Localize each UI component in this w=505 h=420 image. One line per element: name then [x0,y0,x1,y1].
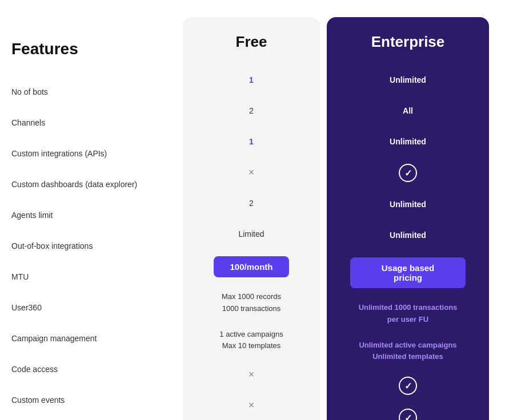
free-cell-0: 1 [183,64,320,95]
feature-label-8: Campaign management [11,323,183,354]
free-heading: Free [183,17,320,64]
mtu-badge-enterprise: Usage based pricing [350,257,466,288]
feature-label-7: User360 [11,292,183,323]
mtu-badge-free: 100/month [214,256,288,277]
feature-label-6: MTU [11,261,183,292]
free-cell-6: 100/month [183,249,320,284]
free-cell-3: × [183,157,320,188]
free-cell-9: × [183,359,320,390]
free-cell-4: 2 [183,188,320,219]
multiline-enterprise-8: Unlimited active campaignsUnlimited temp… [359,340,456,364]
multiline-enterprise-7: Unlimited 1000 transactionsper user FU [359,302,458,326]
multiline-free-8: 1 active campaignsMax 10 templates [219,329,283,353]
free-column: Free 121×2Limited100/monthMax 1000 recor… [183,17,320,420]
feature-label-4: Agents limit [11,200,183,231]
free-cell-10: × [183,390,320,420]
cross-icon: × [249,369,255,381]
enterprise-cell-3: ✓ [327,157,489,189]
enterprise-heading: Enterprise [327,17,489,64]
free-cell-8: 1 active campaignsMax 10 templates [183,322,320,360]
multiline-free-7: Max 1000 records1000 transactions [222,291,281,315]
free-cell-5: Limited [183,219,320,249]
cross-icon: × [249,167,255,179]
enterprise-column: Enterprise UnlimitedAllUnlimited✓Unlimit… [327,17,489,420]
feature-label-2: Custom integrations (APIs) [11,138,183,169]
features-column: Features No of botsChannelsCustom integr… [11,17,183,420]
check-icon-10: ✓ [399,409,417,420]
cross-icon: × [249,399,255,411]
enterprise-cell-2: Unlimited [327,126,489,157]
enterprise-cell-10: ✓ [327,402,489,420]
free-rows: 121×2Limited100/monthMax 1000 records100… [183,64,320,420]
check-icon-9: ✓ [399,377,417,395]
feature-label-0: No of bots [11,76,183,107]
enterprise-cell-5: Unlimited [327,220,489,251]
enterprise-rows: UnlimitedAllUnlimited✓UnlimitedUnlimited… [327,64,489,420]
features-heading: Features [11,40,183,58]
check-icon-3: ✓ [399,164,417,182]
enterprise-cell-0: Unlimited [327,64,489,95]
feature-label-5: Out-of-box integrations [11,231,183,261]
enterprise-cell-8: Unlimited active campaignsUnlimited temp… [327,333,489,370]
free-cell-2: 1 [183,126,320,157]
feature-label-3: Custom dashboards (data explorer) [11,169,183,200]
free-cell-1: 2 [183,95,320,126]
enterprise-cell-6: Usage based pricing [327,251,489,295]
feature-label-1: Channels [11,107,183,138]
enterprise-cell-7: Unlimited 1000 transactionsper user FU [327,295,489,333]
free-cell-7: Max 1000 records1000 transactions [183,284,320,322]
enterprise-cell-9: ✓ [327,370,489,402]
feature-label-10: Custom events [11,385,183,415]
features-rows: No of botsChannelsCustom integrations (A… [11,76,183,415]
enterprise-cell-4: Unlimited [327,189,489,220]
feature-label-9: Code access [11,354,183,385]
enterprise-cell-1: All [327,95,489,126]
pricing-table: Features No of botsChannelsCustom integr… [11,17,494,420]
